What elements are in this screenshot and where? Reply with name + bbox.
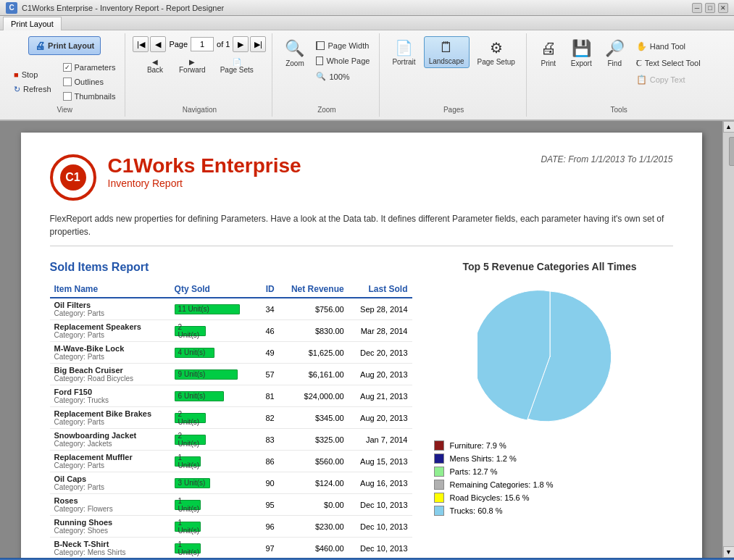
print-label: Print — [541, 59, 556, 67]
portrait-button[interactable]: 📄 Portrait — [387, 36, 420, 69]
hand-tool-button[interactable]: ✋ Hand Tool — [633, 39, 704, 54]
table-cell-qty: 1 Unit(s) — [170, 516, 254, 538]
refresh-button[interactable]: ↻ Refresh — [10, 83, 55, 96]
find-label: Find — [608, 59, 622, 67]
maximize-button[interactable]: □ — [705, 3, 715, 13]
pie-svg — [477, 284, 622, 429]
hand-tool-icon: ✋ — [636, 41, 647, 51]
title-bar-controls: ─ □ ✕ — [692, 3, 728, 13]
prev-page-button[interactable]: ◀ — [150, 36, 166, 52]
back-button[interactable]: ◀ Back — [141, 55, 170, 77]
legend-color-box — [434, 493, 444, 503]
table-cell-id: 34 — [254, 298, 278, 320]
legend-item: Remaining Categories: 1.8 % — [434, 480, 666, 490]
minimize-button[interactable]: ─ — [692, 3, 702, 13]
table-cell-id: 96 — [254, 516, 278, 538]
page-setup-label: Page Setup — [477, 58, 515, 66]
page-setup-button[interactable]: ⚙ Page Setup — [472, 36, 520, 69]
forward-button[interactable]: ▶ Forward — [174, 55, 211, 77]
scroll-thumb[interactable] — [729, 137, 735, 166]
table-cell-id: 49 — [254, 342, 278, 364]
next-page-button[interactable]: ▶ — [233, 36, 249, 52]
zoom-button[interactable]: 🔍 Zoom — [280, 36, 309, 70]
last-page-button[interactable]: ▶| — [250, 36, 266, 52]
find-icon: 🔎 — [605, 39, 625, 58]
vertical-scrollbar: ▲ ▼ — [722, 121, 734, 558]
chart-title: Top 5 Revenue Categories All Times — [427, 261, 673, 272]
parameters-checkbox: ✓ — [63, 63, 72, 72]
page-sets-button[interactable]: 📄 Page Sets — [215, 55, 259, 77]
table-cell-last-sold: Dec 10, 2013 — [349, 538, 412, 559]
outlines-checkbox — [63, 78, 72, 86]
legend-item: Furniture: 7.9 % — [434, 440, 666, 451]
table-cell-qty: 3 Unit(s) — [170, 472, 254, 494]
table-cell-qty: 2 Unit(s) — [170, 320, 254, 342]
table-cell-id: 82 — [254, 407, 278, 429]
table-cell-last-sold: Dec 10, 2013 — [349, 494, 412, 516]
table-row: Snowboarding Jacket Category: Jackets — [50, 429, 170, 451]
parameters-button[interactable]: ✓ Parameters — [59, 61, 120, 74]
thumbnails-button[interactable]: Thumbnails — [59, 90, 120, 103]
page-input[interactable] — [191, 37, 214, 51]
tab-print-layout[interactable]: Print Layout — [3, 17, 62, 30]
print-layout-button[interactable]: 🖨 Print Layout — [28, 36, 101, 55]
close-button[interactable]: ✕ — [718, 3, 728, 13]
table-cell-qty: 4 Unit(s) — [170, 342, 254, 364]
parameters-label: Parameters — [75, 63, 116, 72]
navigation-group-label: Navigation — [183, 103, 217, 114]
table-cell-last-sold: Dec 20, 2013 — [349, 342, 412, 364]
scroll-area[interactable]: C1 C1Works Enterprise Inventory Report D… — [0, 121, 722, 558]
table-cell-last-sold: Aug 21, 2013 — [349, 385, 412, 407]
sold-items-table: Item Name Qty Sold ID Net Revenue Last S… — [50, 281, 412, 558]
zoom-group-label: Zoom — [317, 103, 336, 114]
copy-text-label: Copy Text — [650, 75, 685, 84]
print-layout-icon: 🖨 — [35, 40, 45, 51]
text-select-label: Text Select Tool — [645, 59, 701, 67]
table-row: Ford F150 Category: Trucks — [50, 385, 170, 407]
table-cell-revenue: $325.00 — [279, 429, 349, 451]
page-content: C1 C1Works Enterprise Inventory Report D… — [21, 133, 702, 558]
back-label: Back — [147, 66, 163, 74]
landscape-button[interactable]: 🗒 Landscape — [424, 36, 470, 68]
find-button[interactable]: 🔎 Find — [600, 36, 630, 70]
scroll-down-button[interactable]: ▼ — [723, 546, 735, 558]
legend-item: Parts: 12.7 % — [434, 467, 666, 477]
legend-color-box — [434, 454, 444, 464]
page-width-button[interactable]: Page Width — [312, 39, 373, 52]
ribbon-group-tools: 🖨 Print 💾 Export 🔎 Find ✋ Hand Tool — [528, 33, 710, 117]
text-select-tool-button[interactable]: Ꞇ Text Select Tool — [633, 56, 704, 70]
table-cell-last-sold: Sep 28, 2014 — [349, 298, 412, 320]
table-cell-id: 90 — [254, 472, 278, 494]
chart-legend: Furniture: 7.9 % Mens Shirts: 1.2 % Part… — [427, 440, 673, 516]
page-width-label: Page Width — [328, 41, 369, 50]
percent-button[interactable]: 🔍 100% — [312, 70, 373, 83]
legend-color-box — [434, 440, 444, 451]
table-cell-revenue: $345.00 — [279, 407, 349, 429]
print-button[interactable]: 🖨 Print — [534, 36, 563, 70]
stop-button[interactable]: ■ Stop — [10, 68, 55, 81]
ribbon-group-pages: 📄 Portrait 🗒 Landscape ⚙ Page Setup Page… — [381, 33, 526, 117]
whole-page-button[interactable]: Whole Page — [312, 54, 373, 67]
legend-color-box — [434, 506, 444, 516]
table-cell-revenue: $1,625.00 — [279, 342, 349, 364]
table-cell-qty: 6 Unit(s) — [170, 385, 254, 407]
report-header: C1 C1Works Enterprise Inventory Report D… — [50, 154, 673, 201]
page-label: Page — [167, 40, 189, 49]
print-icon: 🖨 — [541, 39, 556, 58]
table-row: Replacement Speakers Category: Parts — [50, 320, 170, 342]
main-area: C1 C1Works Enterprise Inventory Report D… — [0, 121, 734, 558]
export-button[interactable]: 💾 Export — [566, 36, 597, 70]
table-cell-qty: 2 Unit(s) — [170, 407, 254, 429]
table-row: B-Neck T-Shirt Category: Mens Shirts — [50, 538, 170, 559]
outlines-button[interactable]: Outlines — [59, 75, 120, 88]
back-icon: ◀ — [152, 58, 158, 66]
table-cell-qty: 1 Unit(s) — [170, 451, 254, 472]
first-page-button[interactable]: |◀ — [133, 36, 149, 52]
table-cell-qty: 1 Unit(s) — [170, 538, 254, 559]
table-cell-revenue: $830.00 — [279, 320, 349, 342]
table-row: Oil Filters Category: Parts — [50, 298, 170, 320]
copy-text-button[interactable]: 📋 Copy Text — [633, 72, 704, 87]
scroll-up-button[interactable]: ▲ — [723, 121, 735, 133]
forward-label: Forward — [179, 66, 206, 74]
company-info: C1Works Enterprise Inventory Report — [108, 154, 301, 189]
